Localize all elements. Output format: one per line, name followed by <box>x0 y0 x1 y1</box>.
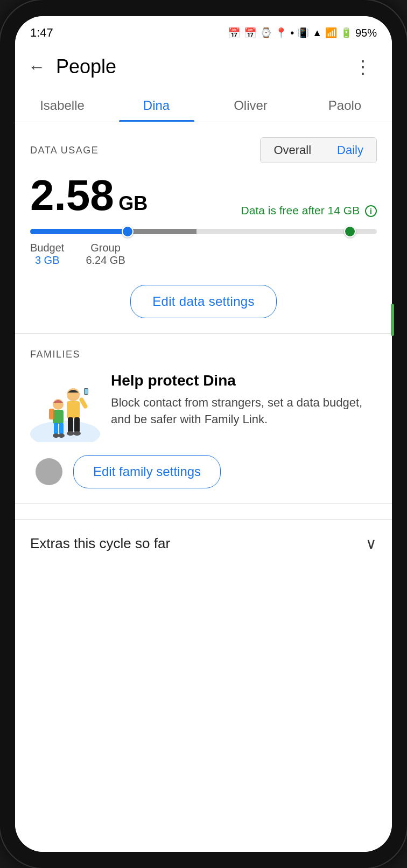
vibrate-icon: 📳 <box>297 27 309 39</box>
back-button[interactable]: ← <box>26 55 47 79</box>
chevron-down-icon: ∨ <box>366 535 377 552</box>
families-heading: Help protect Dina <box>111 372 377 389</box>
edit-family-settings-button[interactable]: Edit family settings <box>73 455 221 488</box>
families-label: FAMILIES <box>30 349 377 360</box>
families-actions: Edit family settings <box>30 455 377 488</box>
tabs-container: Isabelle Dina Oliver Paolo <box>15 87 392 122</box>
tab-oliver[interactable]: Oliver <box>204 87 298 122</box>
svg-rect-13 <box>54 423 58 435</box>
data-usage-label: DATA USAGE <box>30 145 99 156</box>
app-content: ← People ⋮ Isabelle Dina Oliver Paolo <box>15 44 392 852</box>
dot-icon: • <box>290 27 294 39</box>
more-menu-button[interactable]: ⋮ <box>349 54 377 80</box>
usage-amount: 2.58 <box>30 171 114 219</box>
group-thumb[interactable] <box>344 226 356 237</box>
families-illustration <box>30 372 100 442</box>
battery-percent: 95% <box>355 27 377 39</box>
divider-2 <box>15 503 392 504</box>
info-icon[interactable]: i <box>365 205 377 217</box>
budget-label-group: Budget 3 GB <box>30 242 64 267</box>
progress-fill-blue <box>30 229 127 234</box>
extras-label: Extras this cycle so far <box>30 535 170 552</box>
families-text: Help protect Dina Block contact from str… <box>111 372 377 428</box>
data-usage-section: DATA USAGE Overall Daily 2.58 GB <box>15 122 392 333</box>
usage-row: 2.58 GB Data is free after 14 GB i <box>30 174 377 217</box>
group-label-group: Group 6.24 GB <box>86 242 125 267</box>
wifi-icon: ▲ <box>312 27 322 39</box>
progress-labels: Budget 3 GB Group 6.24 GB <box>30 242 377 267</box>
calendar2-icon: 📅 <box>244 27 257 39</box>
group-label: Group <box>86 242 125 254</box>
calendar-icon: 📅 <box>228 27 241 39</box>
extras-section[interactable]: Extras this cycle so far ∨ <box>15 519 392 568</box>
voicemail-icon: ⌚ <box>260 27 272 39</box>
edit-data-settings-button[interactable]: Edit data settings <box>130 285 277 318</box>
budget-value: 3 GB <box>30 254 64 267</box>
toolbar: ← People ⋮ <box>15 44 392 87</box>
free-data-note: Data is free after 14 GB i <box>241 204 377 221</box>
budget-thumb[interactable] <box>122 226 134 237</box>
progress-track <box>30 229 377 234</box>
svg-rect-2 <box>67 401 80 418</box>
divider-1 <box>15 333 392 334</box>
free-data-container: Data is free after 14 GB i <box>241 204 377 217</box>
phone-screen: 1:47 📅 📅 ⌚ 📍 • 📳 ▲ 📶 🔋 95% ← People <box>15 16 392 852</box>
data-usage-header: DATA USAGE Overall Daily <box>30 137 377 163</box>
group-value: 6.24 GB <box>86 254 125 267</box>
status-bar: 1:47 📅 📅 ⌚ 📍 • 📳 ▲ 📶 🔋 95% <box>15 16 392 44</box>
usage-unit: GB <box>118 192 148 214</box>
svg-rect-3 <box>79 397 88 409</box>
families-section: FAMILIES <box>15 349 392 488</box>
families-content: Help protect Dina Block contact from str… <box>30 372 377 442</box>
budget-label: Budget <box>30 242 64 254</box>
progress-area: Budget 3 GB Group 6.24 GB <box>30 227 377 267</box>
signal-icon: 📶 <box>325 27 337 39</box>
families-description: Block contact from strangers, set a data… <box>111 395 377 428</box>
toggle-group: Overall Daily <box>260 137 377 163</box>
progress-fill-gray <box>127 229 197 234</box>
progress-bar-container <box>30 227 377 236</box>
family-avatar <box>36 458 62 485</box>
side-accent-bar <box>391 304 392 336</box>
scroll-area[interactable]: DATA USAGE Overall Daily 2.58 GB <box>15 122 392 852</box>
svg-point-16 <box>58 433 65 438</box>
status-icons: 📅 📅 ⌚ 📍 • 📳 ▲ 📶 🔋 95% <box>228 27 377 39</box>
tab-dina[interactable]: Dina <box>109 87 204 122</box>
svg-point-0 <box>30 421 100 442</box>
tab-paolo[interactable]: Paolo <box>298 87 392 122</box>
svg-rect-14 <box>59 423 64 435</box>
tab-isabelle[interactable]: Isabelle <box>15 87 109 122</box>
usage-amount-container: 2.58 GB <box>30 174 148 217</box>
svg-rect-4 <box>68 417 73 432</box>
svg-point-7 <box>73 431 81 436</box>
phone-frame: 1:47 📅 📅 ⌚ 📍 • 📳 ▲ 📶 🔋 95% ← People <box>0 0 407 868</box>
page-title: People <box>56 55 116 78</box>
daily-toggle[interactable]: Daily <box>324 138 376 163</box>
location-icon: 📍 <box>275 27 287 39</box>
overall-toggle[interactable]: Overall <box>261 138 324 163</box>
toolbar-left: ← People <box>26 55 116 79</box>
svg-point-6 <box>67 431 74 436</box>
svg-rect-5 <box>74 417 80 432</box>
battery-icon: 🔋 <box>340 27 352 39</box>
svg-rect-12 <box>49 409 54 419</box>
svg-rect-9 <box>85 389 88 394</box>
status-time: 1:47 <box>30 26 53 40</box>
